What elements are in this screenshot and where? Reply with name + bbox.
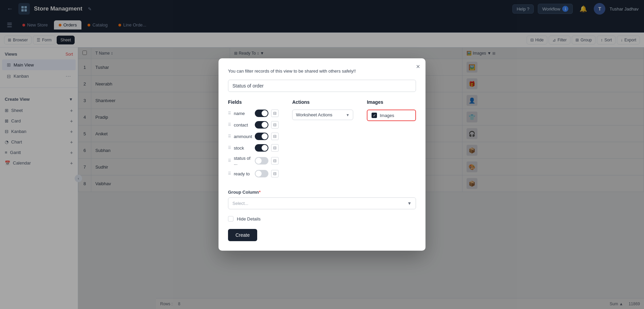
- field-img-btn-stock[interactable]: ⊟: [271, 144, 279, 152]
- drag-icon: ⠿: [228, 134, 231, 139]
- modal-columns: Fields ⠿ name ⊟ ⠿ contact ⊟ ⠿ ammount ⊟ …: [228, 99, 416, 181]
- field-img-btn-ready_to[interactable]: ⊟: [271, 170, 279, 177]
- drag-icon: ⠿: [228, 146, 231, 150]
- toggle-stock[interactable]: [255, 144, 268, 152]
- group-column-label: Group Column*: [228, 190, 416, 195]
- field-name-ammount: ammount: [234, 134, 252, 139]
- modal-close-button[interactable]: ×: [416, 63, 420, 70]
- hide-details-row: Hide Details: [228, 216, 416, 221]
- drag-icon: ⠿: [228, 171, 231, 176]
- field-img-btn-ammount[interactable]: ⊟: [271, 133, 279, 140]
- drag-icon: ⠿: [228, 111, 231, 116]
- field-name-status_of: status of ...: [234, 156, 252, 166]
- required-star: *: [259, 190, 261, 195]
- toggle-ready_to[interactable]: [255, 170, 268, 177]
- group-column-select[interactable]: Select... ▼: [228, 197, 416, 209]
- toggle-contact[interactable]: [255, 121, 268, 129]
- group-column-placeholder: Select...: [232, 201, 407, 206]
- field-row-stock: ⠿ stock ⊟: [228, 144, 279, 152]
- modal-description: You can filter records of this view to b…: [228, 68, 416, 75]
- toggle-name[interactable]: [255, 110, 268, 117]
- field-img-btn-status_of[interactable]: ⊟: [271, 157, 279, 165]
- group-column-section: Group Column* Select... ▼: [228, 190, 416, 209]
- hide-details-label: Hide Details: [237, 216, 261, 221]
- modal-images-column: Images ✓ Images: [367, 99, 416, 181]
- field-img-btn-contact[interactable]: ⊟: [271, 121, 279, 129]
- field-row-contact: ⠿ contact ⊟: [228, 121, 279, 129]
- images-checkbox-container[interactable]: ✓ Images: [367, 110, 416, 121]
- modal-dialog: × You can filter records of this view to…: [219, 58, 425, 251]
- actions-dropdown[interactable]: Worksheet Actions ▼: [292, 110, 353, 120]
- actions-dropdown-text: Worksheet Actions: [296, 112, 344, 117]
- field-row-name: ⠿ name ⊟: [228, 110, 279, 117]
- field-name-contact: contact: [234, 122, 252, 128]
- drag-icon: ⠿: [228, 158, 231, 163]
- images-checkbox-label: Images: [380, 113, 394, 118]
- field-name-name: name: [234, 111, 252, 116]
- field-name-ready_to: ready to: [234, 171, 252, 176]
- field-row-status_of: ⠿ status of ... ⊟: [228, 156, 279, 166]
- drag-icon: ⠿: [228, 122, 231, 127]
- create-button[interactable]: Create: [228, 229, 257, 241]
- toggle-ammount[interactable]: [255, 133, 268, 140]
- field-name-stock: stock: [234, 146, 252, 151]
- fields-column-header: Fields: [228, 99, 279, 105]
- field-row-ammount: ⠿ ammount ⊟: [228, 133, 279, 140]
- images-checkbox[interactable]: ✓: [372, 113, 377, 118]
- modal-search-input[interactable]: [228, 80, 416, 92]
- field-row-ready_to: ⠿ ready to ⊟: [228, 170, 279, 177]
- modal-overlay[interactable]: × You can filter records of this view to…: [0, 0, 644, 309]
- actions-dropdown-arrow: ▼: [346, 113, 349, 117]
- modal-actions-column: Actions Worksheet Actions ▼: [292, 99, 353, 181]
- modal-fields-column: Fields ⠿ name ⊟ ⠿ contact ⊟ ⠿ ammount ⊟ …: [228, 99, 279, 181]
- hide-details-checkbox[interactable]: [228, 216, 233, 221]
- field-img-btn-name[interactable]: ⊟: [271, 110, 279, 117]
- actions-column-header: Actions: [292, 99, 353, 105]
- toggle-status_of[interactable]: [255, 157, 268, 165]
- group-column-chevron: ▼: [407, 201, 412, 206]
- images-column-header: Images: [367, 99, 416, 105]
